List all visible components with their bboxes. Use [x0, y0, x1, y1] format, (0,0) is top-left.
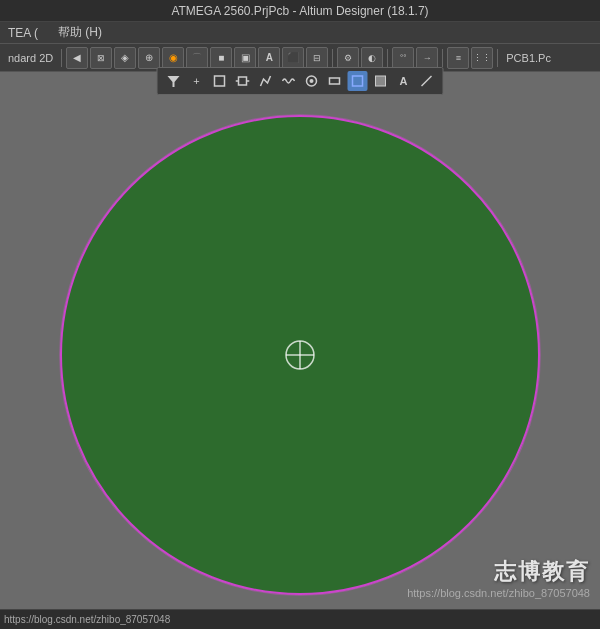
- toolbar-separator-2: [332, 49, 333, 67]
- pcb-board-circle[interactable]: [60, 115, 540, 595]
- menu-bar: TEA ( 帮助 (H): [0, 22, 600, 44]
- sec-btn-component[interactable]: [233, 71, 253, 91]
- center-marker: [282, 337, 318, 373]
- sec-btn-filter[interactable]: [164, 71, 184, 91]
- secondary-toolbar: + A: [157, 67, 444, 95]
- toolbar-btn-1[interactable]: ◀: [66, 47, 88, 69]
- svg-rect-2: [239, 77, 247, 85]
- title-text: ATMEGA 2560.PrjPcb - Altium Designer (18…: [171, 4, 428, 18]
- toolbar-btn-14[interactable]: →: [416, 47, 438, 69]
- toolbar-btn-12[interactable]: ◐: [361, 47, 383, 69]
- toolbar-btn-6[interactable]: ⌒: [186, 47, 208, 69]
- svg-rect-9: [376, 76, 386, 86]
- status-url: https://blog.csdn.net/zhibo_87057048: [4, 614, 170, 625]
- canvas-area[interactable]: [0, 100, 600, 609]
- view-mode-label: ndard 2D: [4, 52, 57, 64]
- toolbar-separator-1: [61, 49, 62, 67]
- sec-btn-region[interactable]: [348, 71, 368, 91]
- sec-btn-text[interactable]: A: [394, 71, 414, 91]
- toolbar-separator-5: [497, 49, 498, 67]
- toolbar-btn-4[interactable]: ⊕: [138, 47, 160, 69]
- sec-btn-wave[interactable]: [279, 71, 299, 91]
- title-bar: ATMEGA 2560.PrjPcb - Altium Designer (18…: [0, 0, 600, 22]
- status-bar: https://blog.csdn.net/zhibo_87057048: [0, 609, 600, 629]
- svg-line-10: [422, 76, 432, 86]
- sec-btn-line[interactable]: [417, 71, 437, 91]
- toolbar-btn-13[interactable]: °°: [392, 47, 414, 69]
- menu-item-help[interactable]: 帮助 (H): [54, 22, 106, 43]
- toolbar-separator-3: [387, 49, 388, 67]
- svg-rect-8: [353, 76, 363, 86]
- toolbar-btn-2[interactable]: ⊠: [90, 47, 112, 69]
- sec-btn-rect[interactable]: [210, 71, 230, 91]
- svg-marker-0: [168, 76, 180, 87]
- svg-point-6: [310, 79, 314, 83]
- menu-item-tea[interactable]: TEA (: [4, 24, 42, 42]
- sec-btn-route[interactable]: [256, 71, 276, 91]
- toolbar-btn-3[interactable]: ◈: [114, 47, 136, 69]
- pcb-filename-label: PCB1.Pc: [502, 52, 555, 64]
- toolbar-btn-7[interactable]: ■: [210, 47, 232, 69]
- svg-rect-7: [330, 78, 340, 84]
- toolbar-separator-4: [442, 49, 443, 67]
- sec-btn-pad[interactable]: [325, 71, 345, 91]
- toolbar-btn-5[interactable]: ◉: [162, 47, 184, 69]
- sec-btn-via[interactable]: [302, 71, 322, 91]
- toolbar-btn-15[interactable]: ≡: [447, 47, 469, 69]
- toolbar-btn-8[interactable]: ▣: [234, 47, 256, 69]
- sec-btn-add[interactable]: +: [187, 71, 207, 91]
- toolbar-btn-10[interactable]: ⊟: [306, 47, 328, 69]
- svg-rect-1: [215, 76, 225, 86]
- toolbar-btn-11[interactable]: ⚙: [337, 47, 359, 69]
- toolbar-btn-9[interactable]: ⬛: [282, 47, 304, 69]
- toolbar-btn-16[interactable]: ⋮⋮: [471, 47, 493, 69]
- sec-btn-fill[interactable]: [371, 71, 391, 91]
- toolbar-btn-text[interactable]: A: [258, 47, 280, 69]
